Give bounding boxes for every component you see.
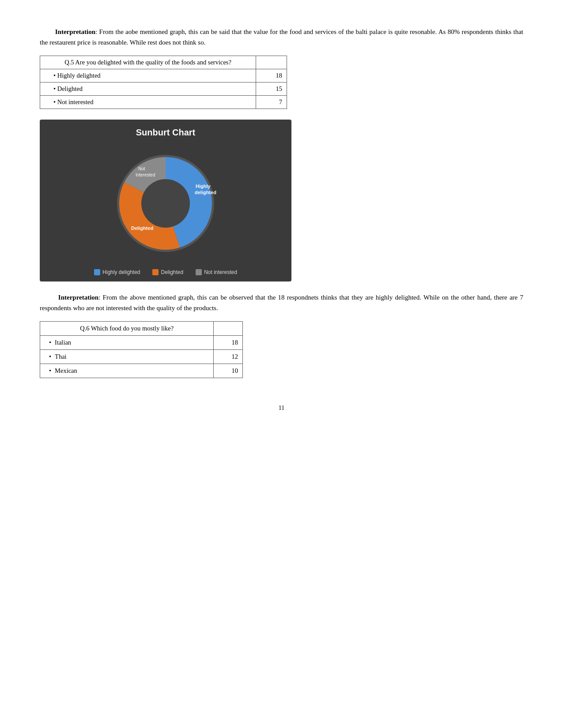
chart-title: Sunburt Chart [49, 128, 283, 138]
table-q6-row-2: •Thai 12 [40, 350, 243, 364]
table-row-2: Delighted 15 [40, 83, 287, 96]
legend-item-highly-delighted: Highly delighted [94, 269, 140, 275]
bullet-italian: • [49, 339, 51, 346]
table-q5: Q.5 Are you delighted with the quality o… [40, 56, 287, 109]
interpretation-1-paragraph: Interpretation: From the aobe mentioned … [40, 26, 523, 48]
q6-value-italian: 18 [214, 336, 243, 350]
item-not-interested: Not interested [40, 96, 256, 109]
q6-item-mexican: •Mexican [40, 364, 214, 378]
value-highly-delighted: 18 [256, 69, 287, 83]
bullet-mexican: • [49, 367, 51, 374]
table-row-1: Highly delighted 18 [40, 69, 287, 83]
legend-label-not-interested: Not interested [204, 269, 237, 275]
table-row: Q.5 Are you delighted with the quality o… [40, 56, 287, 69]
interpretation-2-paragraph: Interpretation: From the above mentioned… [40, 292, 523, 313]
interpretation-2-text: : From the above mentioned graph, this c… [40, 294, 523, 311]
q6-value-mexican: 10 [214, 364, 243, 378]
q6-item-italian: •Italian [40, 336, 214, 350]
svg-point-1 [141, 179, 190, 228]
sunburst-chart-container: Sunburt Chart Highly delighted Del [40, 120, 291, 281]
label-not-interested: Not [138, 166, 145, 171]
interpretation-1-text: : From the aobe mentioned graph, this ca… [40, 28, 523, 46]
chart-legend: Highly delighted Delighted Not intereste… [49, 269, 283, 275]
q6-value-header [214, 322, 243, 336]
table-q6-header: Q.6 Which food do you mostly like? [40, 322, 243, 336]
q6-item-thai: •Thai [40, 350, 214, 364]
value-delighted: 15 [256, 83, 287, 96]
legend-box-not-interested [196, 269, 202, 275]
interpretation-1-label: Interpretation [55, 28, 95, 35]
item-delighted: Delighted [40, 83, 256, 96]
legend-label-delighted: Delighted [161, 269, 183, 275]
legend-label-highly-delighted: Highly delighted [102, 269, 140, 275]
label-not-interested-2: Interested [136, 173, 155, 177]
question-cell: Q.5 Are you delighted with the quality o… [40, 56, 256, 69]
legend-item-not-interested: Not interested [196, 269, 237, 275]
value-header [256, 56, 287, 69]
label-highly-delighted-2: delighted [195, 190, 216, 195]
legend-box-highly-delighted [94, 269, 100, 275]
interpretation-2-label: Interpretation [58, 294, 98, 301]
table-q6-row-3: •Mexican 10 [40, 364, 243, 378]
legend-item-delighted: Delighted [152, 269, 183, 275]
legend-box-delighted [152, 269, 159, 275]
page-number: 11 [40, 405, 523, 412]
donut-svg: Highly delighted Delighted Not Intereste… [99, 144, 232, 263]
bullet-thai: • [49, 353, 51, 360]
q6-question: Q.6 Which food do you mostly like? [40, 322, 214, 336]
donut-chart-area: Highly delighted Delighted Not Intereste… [49, 144, 283, 263]
value-not-interested: 7 [256, 96, 287, 109]
table-q6: Q.6 Which food do you mostly like? •Ital… [40, 321, 243, 378]
table-row-3: Not interested 7 [40, 96, 287, 109]
label-delighted: Delighted [131, 225, 153, 231]
item-highly-delighted: Highly delighted [40, 69, 256, 83]
label-highly-delighted: Highly [196, 184, 211, 189]
q6-value-thai: 12 [214, 350, 243, 364]
table-q6-row-1: •Italian 18 [40, 336, 243, 350]
